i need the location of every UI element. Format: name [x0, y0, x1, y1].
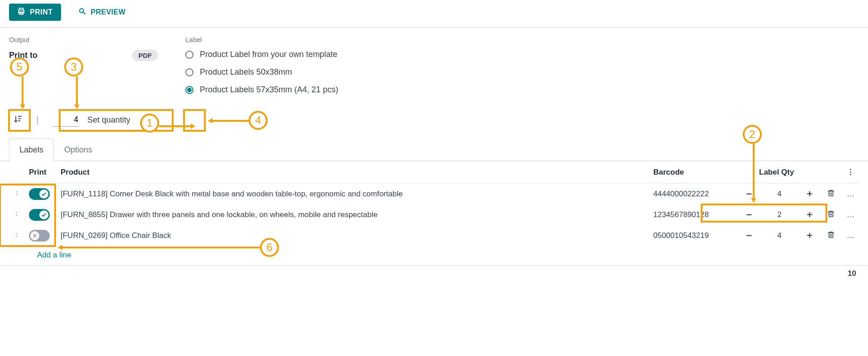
print-to-value-badge[interactable]: PDF	[132, 50, 158, 61]
table-row: [FURN_0269] Office Chair Black0500010543…	[9, 225, 859, 246]
tabs: Labels Options	[0, 138, 868, 161]
qty-decrement-button[interactable]: −	[746, 209, 752, 220]
divider: |	[33, 115, 41, 125]
print-toggle[interactable]	[29, 188, 50, 200]
qty-decrement-button[interactable]: −	[746, 188, 752, 199]
toolbar: PRINT PREVIEW	[0, 0, 868, 28]
annotation-badge-5: 5	[10, 57, 29, 76]
output-column: Output Print to PDF	[9, 36, 158, 95]
set-quantity-label[interactable]: Set quantity	[87, 115, 130, 125]
qty-cell[interactable]: 4	[759, 184, 800, 205]
footer-total: 10	[848, 269, 856, 278]
annotation-arrow-4	[208, 116, 249, 125]
search-icon	[78, 7, 86, 17]
barcode-cell: 4444000022222	[649, 184, 739, 205]
svg-marker-12	[20, 104, 25, 109]
drag-handle-icon[interactable]	[14, 232, 20, 241]
header-product: Product	[56, 161, 649, 184]
label-option-text: Product Label from your own template	[200, 50, 337, 59]
footer: 10	[0, 265, 868, 282]
svg-marker-22	[15, 211, 18, 213]
label-column: Label Product Label from your own templa…	[185, 36, 338, 95]
table-row: [FURN_8855] Drawer with three panels and…	[9, 204, 859, 225]
sort-desc-icon	[14, 114, 23, 126]
annotation-badge-1: 1	[140, 114, 159, 133]
svg-rect-19	[829, 191, 833, 196]
drag-handle-icon[interactable]	[14, 190, 20, 199]
label-option-own-template[interactable]: Product Label from your own template	[185, 50, 338, 59]
header-label-qty: Label Qty	[759, 161, 820, 184]
header-barcode: Barcode	[649, 161, 739, 184]
print-icon	[17, 7, 25, 17]
preview-button[interactable]: PREVIEW	[70, 4, 134, 21]
radio-icon	[185, 51, 193, 59]
row-more: …	[842, 204, 859, 225]
radio-icon	[185, 68, 193, 76]
check-icon	[39, 190, 48, 199]
table-row: [FURN_1118] Corner Desk Black with metal…	[9, 184, 859, 205]
radio-icon-checked	[185, 86, 193, 94]
output-heading: Output	[9, 36, 158, 43]
sort-button[interactable]	[9, 111, 27, 129]
svg-marker-17	[15, 190, 18, 192]
svg-marker-14	[74, 104, 80, 109]
annotation-badge-3: 3	[64, 57, 83, 76]
svg-marker-28	[15, 235, 18, 237]
set-quantity-group: Set quantity	[47, 111, 135, 128]
drag-handle-icon[interactable]	[14, 211, 20, 220]
x-icon	[30, 231, 39, 240]
qty-increment-button[interactable]: +	[807, 230, 813, 241]
print-button-label: PRINT	[30, 8, 53, 16]
svg-rect-31	[829, 233, 833, 237]
product-cell[interactable]: [FURN_8855] Drawer with three panels and…	[56, 204, 649, 225]
delete-row-button[interactable]	[827, 211, 835, 220]
preview-button-label: PREVIEW	[91, 8, 126, 16]
label-heading: Label	[185, 36, 338, 43]
annotation-badge-4: 4	[249, 111, 268, 130]
print-toggle[interactable]	[29, 230, 50, 242]
annotation-badge-2: 2	[743, 125, 762, 144]
annotation-box-4	[183, 109, 206, 132]
quantity-input[interactable]	[52, 113, 79, 127]
table-options-menu[interactable]: ⋮	[842, 161, 859, 184]
check-icon	[39, 210, 48, 219]
config-section: Output Print to PDF Label Product Label …	[0, 28, 868, 98]
svg-line-4	[83, 12, 85, 14]
svg-marker-23	[15, 214, 18, 216]
add-line-link[interactable]: Add a line	[9, 246, 859, 260]
label-option-50x38[interactable]: Product Labels 50x38mm	[185, 67, 338, 77]
annotation-badge-6: 6	[260, 238, 279, 257]
header-print: Print	[24, 161, 56, 184]
svg-rect-24	[829, 212, 833, 217]
label-option-57x35[interactable]: Product Labels 57x35mm (A4, 21 pcs)	[185, 85, 338, 95]
svg-marker-16	[208, 118, 212, 123]
barcode-cell: 1234567890128	[649, 204, 739, 225]
tab-labels[interactable]: Labels	[9, 138, 54, 161]
svg-marker-18	[15, 194, 18, 195]
qty-increment-button[interactable]: +	[807, 209, 813, 220]
svg-marker-27	[15, 232, 18, 234]
barcode-cell: 0500010543219	[649, 225, 739, 246]
product-cell[interactable]: [FURN_0269] Office Chair Black	[56, 225, 649, 246]
tab-options[interactable]: Options	[54, 138, 103, 161]
qty-cell[interactable]: 4	[759, 225, 800, 246]
print-button[interactable]: PRINT	[9, 4, 61, 21]
svg-point-3	[80, 9, 84, 13]
row-more: …	[842, 184, 859, 205]
label-option-text: Product Labels 57x35mm (A4, 21 pcs)	[200, 85, 338, 95]
product-cell[interactable]: [FURN_1118] Corner Desk Black with metal…	[56, 184, 649, 205]
controls-row: | Set quantity 5 3 4	[0, 98, 868, 133]
row-more: …	[842, 225, 859, 246]
qty-cell[interactable]: 2	[759, 204, 800, 225]
labels-tab-content: Print Product Barcode Label Qty ⋮ [FURN_…	[0, 161, 868, 260]
delete-row-button[interactable]	[827, 232, 835, 241]
labels-table: Print Product Barcode Label Qty ⋮ [FURN_…	[9, 161, 859, 246]
print-toggle[interactable]	[29, 209, 50, 221]
delete-row-button[interactable]	[827, 190, 835, 199]
label-option-text: Product Labels 50x38mm	[200, 67, 292, 77]
qty-decrement-button[interactable]: −	[746, 230, 752, 241]
qty-increment-button[interactable]: +	[807, 188, 813, 199]
